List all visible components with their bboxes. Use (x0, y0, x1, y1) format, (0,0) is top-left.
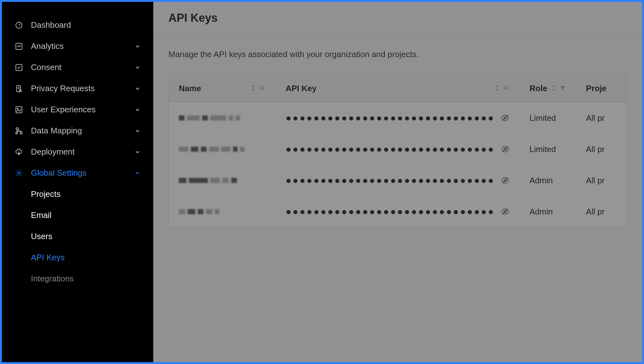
subnav-item-users[interactable]: Users (31, 226, 153, 247)
masked-api-key: ●●●●●●●●●●●●●●●●●●●●●●●●●●●●●● (285, 144, 495, 155)
subnav-item-integrations[interactable]: Integrations (31, 268, 153, 289)
cell-name (169, 134, 275, 165)
main-content: API Keys Manage the API keys associated … (153, 2, 642, 362)
chevron-down-icon (134, 149, 141, 155)
chevron-down-icon (134, 107, 141, 113)
chevron-down-icon (134, 43, 141, 50)
analytics-icon (15, 42, 23, 51)
sort-icon[interactable] (495, 84, 500, 93)
search-icon[interactable] (503, 84, 509, 93)
sidebar-item-label: Global Settings (31, 168, 134, 178)
cell-api-key: ●●●●●●●●●●●●●●●●●●●●●●●●●●●●●● (275, 103, 519, 134)
masked-api-key: ●●●●●●●●●●●●●●●●●●●●●●●●●●●●●● (285, 113, 495, 123)
table-row[interactable]: ●●●●●●●●●●●●●●●●●●●●●●●●●●●●●● Admin All… (169, 196, 627, 227)
sidebar-item-label: Dashboard (31, 20, 141, 30)
sidebar-item-analytics[interactable]: Analytics (2, 36, 153, 57)
experiences-icon (15, 105, 23, 114)
svg-rect-9 (20, 132, 22, 134)
column-header-label: Proje (586, 84, 606, 93)
sidebar-item-label: User Experiences (31, 105, 134, 114)
search-icon[interactable] (259, 84, 265, 93)
dashboard-icon (15, 21, 23, 30)
settings-icon (15, 169, 23, 178)
eye-off-icon[interactable] (501, 208, 509, 216)
eye-off-icon[interactable] (501, 176, 509, 185)
sidebar-item-global-settings[interactable]: Global Settings (2, 162, 153, 184)
page-title: API Keys (168, 11, 627, 25)
chevron-down-icon (134, 85, 141, 92)
chevron-up-icon (134, 170, 141, 176)
cell-role: Admin (519, 196, 576, 227)
svg-point-10 (18, 172, 20, 174)
sidebar-item-deployment[interactable]: Deployment (2, 141, 153, 162)
sidebar-item-consent[interactable]: Consent (2, 57, 153, 78)
sort-icon[interactable] (551, 84, 556, 93)
subnav-item-projects[interactable]: Projects (31, 184, 153, 205)
sidebar-item-privacy-requests[interactable]: Privacy Requests (2, 78, 153, 99)
page-description: Manage the API keys associated with your… (168, 50, 627, 59)
page-header: API Keys (153, 2, 642, 34)
sort-icon[interactable] (251, 84, 256, 93)
subnav-item-api-keys[interactable]: API Keys (31, 247, 153, 268)
chevron-down-icon (134, 64, 141, 71)
sidebar-item-label: Deployment (31, 147, 134, 157)
api-keys-table: Name (168, 74, 627, 227)
sidebar-item-label: Privacy Requests (31, 84, 134, 93)
cell-name (169, 103, 275, 134)
svg-rect-7 (16, 128, 18, 129)
consent-icon (15, 63, 23, 72)
column-header-role[interactable]: Role (519, 75, 576, 103)
cell-name (169, 165, 275, 196)
sidebar-item-label: Data Mapping (31, 126, 134, 136)
column-header-projects[interactable]: Proje (576, 75, 627, 103)
privacy-icon (15, 84, 23, 93)
cell-api-key: ●●●●●●●●●●●●●●●●●●●●●●●●●●●●●● (275, 196, 519, 227)
subnav-item-email[interactable]: Email (31, 205, 153, 226)
cell-api-key: ●●●●●●●●●●●●●●●●●●●●●●●●●●●●●● (275, 165, 519, 196)
redacted-name (179, 209, 265, 214)
cell-projects: All pr (576, 165, 627, 196)
global-settings-submenu: Projects Email Users API Keys Integratio… (2, 184, 153, 289)
cell-name (169, 196, 275, 227)
filter-icon[interactable] (559, 84, 566, 93)
redacted-name (179, 147, 265, 152)
cell-role: Limited (519, 103, 576, 134)
table-row[interactable]: ●●●●●●●●●●●●●●●●●●●●●●●●●●●●●● Limited A… (169, 103, 627, 134)
sidebar-item-data-mapping[interactable]: Data Mapping (2, 120, 153, 141)
datamapping-icon (15, 126, 23, 135)
sidebar-item-label: Consent (31, 62, 134, 72)
column-header-name[interactable]: Name (169, 75, 275, 103)
column-header-label: API Key (285, 84, 316, 93)
redacted-name (179, 115, 265, 120)
svg-point-6 (17, 108, 18, 109)
deployment-icon (15, 148, 23, 156)
redacted-name (179, 178, 265, 183)
sidebar-item-dashboard[interactable]: Dashboard (2, 15, 153, 36)
cell-projects: All pr (576, 134, 627, 165)
svg-rect-2 (16, 64, 22, 71)
cell-projects: All pr (576, 196, 627, 227)
sidebar-item-user-experiences[interactable]: User Experiences (2, 99, 153, 120)
eye-off-icon[interactable] (501, 145, 509, 153)
table-row[interactable]: ●●●●●●●●●●●●●●●●●●●●●●●●●●●●●● Limited A… (169, 134, 627, 165)
sidebar-item-label: Analytics (31, 41, 134, 51)
svg-point-12 (504, 86, 507, 89)
column-header-label: Name (179, 84, 201, 93)
cell-api-key: ●●●●●●●●●●●●●●●●●●●●●●●●●●●●●● (275, 134, 519, 165)
svg-point-11 (260, 86, 263, 89)
column-header-api-key[interactable]: API Key (275, 75, 519, 103)
masked-api-key: ●●●●●●●●●●●●●●●●●●●●●●●●●●●●●● (285, 206, 495, 217)
cell-role: Limited (519, 134, 576, 165)
cell-role: Admin (519, 165, 576, 196)
svg-rect-8 (16, 132, 17, 134)
chevron-down-icon (134, 128, 141, 134)
cell-projects: All pr (576, 103, 627, 134)
column-header-label: Role (530, 84, 547, 93)
eye-off-icon[interactable] (501, 114, 509, 122)
table-row[interactable]: ●●●●●●●●●●●●●●●●●●●●●●●●●●●●●● Admin All… (169, 165, 627, 196)
sidebar: Dashboard Analytics Consent Privac (2, 2, 153, 362)
masked-api-key: ●●●●●●●●●●●●●●●●●●●●●●●●●●●●●● (285, 175, 495, 186)
